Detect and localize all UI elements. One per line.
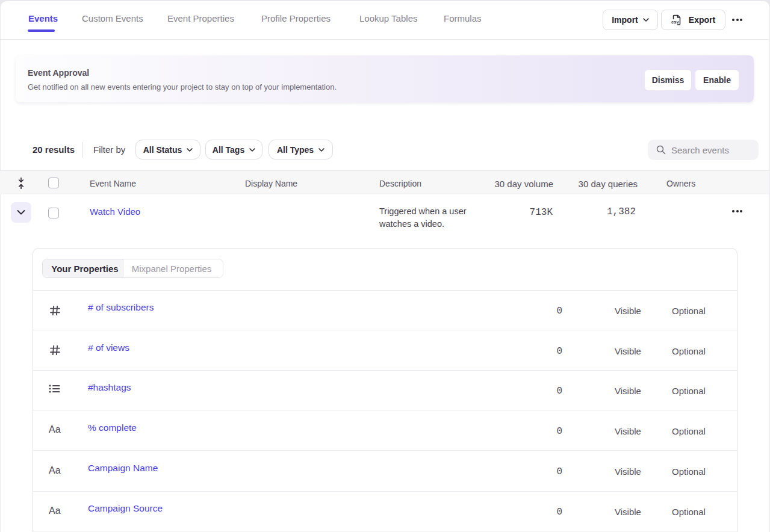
svg-text:csv: csv (671, 20, 679, 25)
